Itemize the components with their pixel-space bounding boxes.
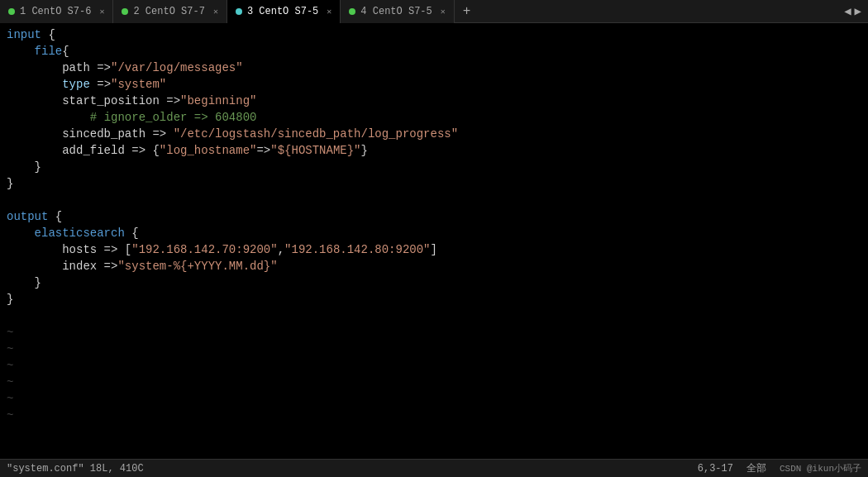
status-bar: "system.conf" 18L, 410C 6,3-17 全部 CSDN @…	[0, 459, 868, 477]
line-17: }	[0, 291, 868, 308]
tab-4[interactable]: 4 CentO S7-5 ✕	[341, 0, 454, 23]
line-tilde-3: ~	[0, 357, 868, 374]
tab-dot-3	[236, 8, 242, 15]
tab-bar: 1 CentO S7-6 ✕ 2 CentO S7-7 ✕ 3 CentO S7…	[0, 0, 868, 23]
line-tilde-6: ~	[0, 407, 868, 423]
tab-label-3: 3 CentO S7-5	[247, 6, 318, 17]
line-tilde-5: ~	[0, 390, 868, 407]
line-6: # ignore_older => 604800	[0, 109, 868, 126]
tab-close-1[interactable]: ✕	[99, 7, 104, 17]
line-9: }	[0, 159, 868, 175]
line-11	[0, 192, 868, 208]
line-16: }	[0, 274, 868, 291]
tab-dot-1	[8, 8, 15, 15]
line-18	[0, 308, 868, 324]
tab-close-3[interactable]: ✕	[327, 7, 331, 17]
line-5: start_position =>"beginning"	[0, 93, 868, 109]
status-right: 6,3-17 全部 CSDN @ikun小码子	[698, 461, 861, 475]
line-3: path =>"/var/log/messages"	[0, 60, 868, 76]
line-1: input {	[0, 26, 868, 43]
line-14: hosts => ["192.168.142.70:9200","192.168…	[0, 241, 868, 258]
tab-label-1: 1 CentO S7-6	[20, 6, 91, 17]
line-12: output {	[0, 208, 868, 225]
tab-dot-2	[122, 8, 128, 15]
line-13: elasticsearch {	[0, 225, 868, 241]
tab-2[interactable]: 2 CentO S7-7 ✕	[113, 0, 227, 23]
line-tilde-4: ~	[0, 374, 868, 390]
status-position: 6,3-17	[698, 463, 733, 475]
add-tab-button[interactable]: +	[455, 4, 479, 19]
nav-next-icon[interactable]: ▶	[855, 4, 861, 18]
tab-1[interactable]: 1 CentO S7-6 ✕	[0, 0, 113, 23]
line-tilde-1: ~	[0, 324, 868, 341]
line-4: type =>"system"	[0, 76, 868, 93]
line-7: sincedb_path => "/etc/logstash/sincedb_p…	[0, 126, 868, 142]
editor: input { file{ path =>"/var/log/messages"…	[0, 23, 868, 459]
tab-close-2[interactable]: ✕	[213, 7, 218, 17]
tab-close-4[interactable]: ✕	[441, 7, 446, 17]
tab-dot-4	[349, 8, 355, 15]
line-2: file{	[0, 43, 868, 60]
status-filename: "system.conf" 18L, 410C	[7, 463, 144, 475]
line-8: add_field => {"log_hostname"=>"${HOSTNAM…	[0, 142, 868, 159]
line-tilde-2: ~	[0, 341, 868, 357]
tab-label-4: 4 CentO S7-5	[360, 6, 432, 17]
status-scroll: 全部	[746, 461, 766, 475]
line-10: }	[0, 175, 868, 192]
watermark: CSDN @ikun小码子	[780, 462, 861, 475]
nav-arrows: ◀ ▶	[844, 4, 868, 18]
line-15: index =>"system-%{+YYYY.MM.dd}"	[0, 258, 868, 274]
tab-3[interactable]: 3 CentO S7-5 ✕	[227, 0, 341, 23]
tab-label-2: 2 CentO S7-7	[133, 6, 204, 17]
nav-prev-icon[interactable]: ◀	[844, 4, 851, 18]
